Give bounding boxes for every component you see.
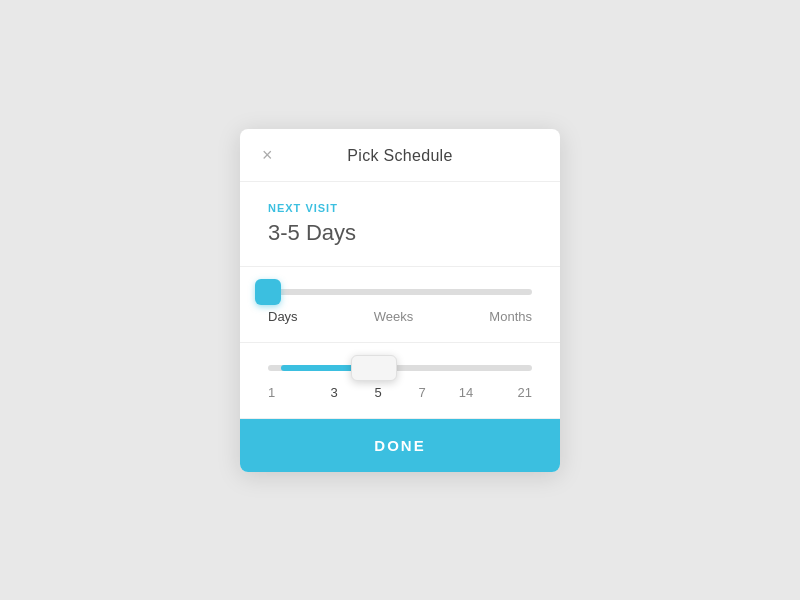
- range-section: 1 3 5 7 14 21: [240, 343, 560, 419]
- range-label-7[interactable]: 7: [400, 385, 444, 400]
- period-track-bg: [268, 289, 532, 295]
- modal-header: × Pick Schedule: [240, 129, 560, 182]
- period-slider-track[interactable]: [268, 289, 532, 295]
- period-thumb[interactable]: [255, 279, 281, 305]
- period-label-weeks[interactable]: Weeks: [374, 309, 414, 324]
- range-thumb[interactable]: [351, 355, 397, 381]
- range-label-3[interactable]: 3: [312, 385, 356, 400]
- range-label-21[interactable]: 21: [488, 385, 532, 400]
- pick-schedule-modal: × Pick Schedule NEXT VISIT 3-5 Days Days…: [240, 129, 560, 472]
- period-section: Days Weeks Months: [240, 267, 560, 343]
- period-label-months[interactable]: Months: [489, 309, 532, 324]
- range-label-14[interactable]: 14: [444, 385, 488, 400]
- modal-title: Pick Schedule: [347, 147, 452, 165]
- range-slider-track[interactable]: [268, 365, 532, 371]
- done-button[interactable]: DONE: [240, 419, 560, 472]
- next-visit-section: NEXT VISIT 3-5 Days: [240, 182, 560, 267]
- next-visit-value: 3-5 Days: [268, 220, 532, 246]
- close-button[interactable]: ×: [258, 144, 277, 166]
- range-labels: 1 3 5 7 14 21: [268, 385, 532, 400]
- period-label-days[interactable]: Days: [268, 309, 298, 324]
- range-label-5[interactable]: 5: [356, 385, 400, 400]
- period-labels: Days Weeks Months: [268, 309, 532, 324]
- next-visit-label: NEXT VISIT: [268, 202, 532, 214]
- range-label-1[interactable]: 1: [268, 385, 312, 400]
